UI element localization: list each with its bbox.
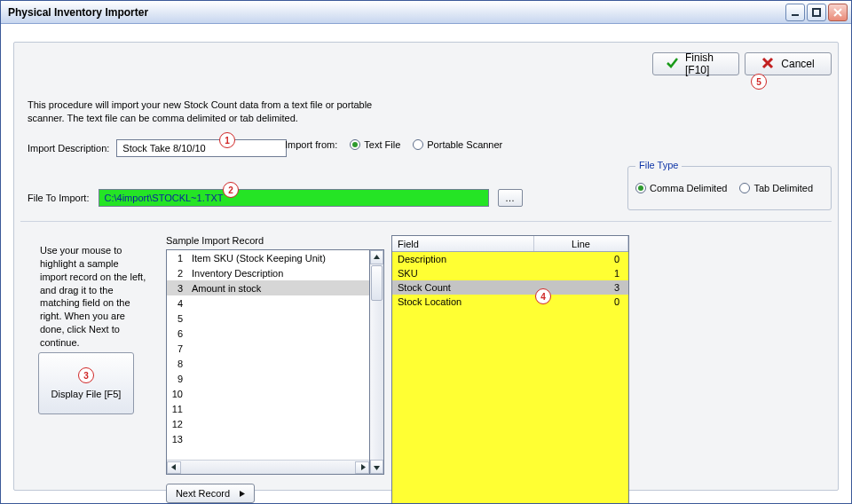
file-type-legend: File Type <box>635 160 682 170</box>
scrollbar-vertical[interactable] <box>370 249 384 475</box>
sample-row[interactable]: 1Item SKU (Stock Keeping Unit) <box>167 250 369 265</box>
sample-row[interactable]: 10 <box>167 386 369 401</box>
play-icon <box>239 488 245 499</box>
row-number: 2 <box>167 268 188 279</box>
row-number: 6 <box>167 328 188 339</box>
scrollbar-horizontal[interactable] <box>167 460 369 474</box>
field-name: Stock Location <box>392 296 534 307</box>
scroll-left-icon[interactable] <box>167 461 181 474</box>
field-name: Description <box>392 254 534 264</box>
field-line: 0 <box>534 254 628 264</box>
file-to-import-input[interactable] <box>99 189 489 207</box>
field-row[interactable]: Description0 <box>392 252 628 266</box>
row-value: Inventory Description <box>188 268 369 279</box>
import-description-input[interactable] <box>116 139 287 157</box>
svg-rect-0 <box>792 14 799 16</box>
sample-row[interactable]: 3Amount in stock <box>167 280 369 295</box>
sample-row[interactable]: 2Inventory Description <box>167 265 369 280</box>
row-value: Item SKU (Stock Keeping Unit) <box>188 253 369 264</box>
row-number: 7 <box>167 343 188 354</box>
import-description-label: Import Description: <box>28 143 109 154</box>
sample-row[interactable]: 4 <box>167 295 369 311</box>
scroll-thumb[interactable] <box>371 265 383 301</box>
annotation-badge-5: 5 <box>751 74 767 90</box>
import-from-label: Import from: <box>285 139 337 150</box>
radio-comma-delimited[interactable]: Comma Delimited <box>635 183 727 193</box>
field-name: SKU <box>392 268 534 279</box>
svg-rect-1 <box>813 9 820 16</box>
scroll-right-icon[interactable] <box>355 461 369 474</box>
ellipsis-icon: … <box>505 193 515 203</box>
next-record-button[interactable]: Next Record <box>166 484 255 503</box>
row-number: 10 <box>167 389 188 399</box>
finish-label: Finish [F10] <box>685 51 726 76</box>
row-number: 5 <box>167 313 188 324</box>
row-value: Amount in stock <box>188 283 369 294</box>
scroll-down-icon[interactable] <box>370 460 383 474</box>
field-table-header: Field Line <box>392 236 628 252</box>
radio-portable-scanner-label: Portable Scanner <box>427 139 502 150</box>
sample-row[interactable]: 5 <box>167 311 369 326</box>
row-number: 4 <box>167 298 188 309</box>
radio-text-file-label: Text File <box>364 139 400 150</box>
field-row[interactable]: Stock Count3 <box>392 280 628 295</box>
intro-text: This procedure will import your new Stoc… <box>28 98 383 125</box>
cancel-label: Cancel <box>781 58 814 70</box>
sample-row[interactable]: 9 <box>167 371 369 386</box>
header-field: Field <box>392 236 534 251</box>
sample-row[interactable]: 12 <box>167 416 369 431</box>
field-mapping-table[interactable]: Field Line Description0SKU1Stock Count3S… <box>391 235 629 503</box>
minimize-button[interactable] <box>785 4 805 21</box>
next-record-label: Next Record <box>176 488 230 499</box>
radio-tab-label: Tab Delimited <box>753 183 813 193</box>
row-number: 12 <box>167 419 188 429</box>
row-number: 3 <box>167 283 188 294</box>
annotation-badge-3: 3 <box>78 367 94 383</box>
sample-row[interactable]: 13 <box>167 431 369 446</box>
radio-tab-delimited[interactable]: Tab Delimited <box>739 183 813 193</box>
field-row[interactable]: SKU1 <box>392 266 628 280</box>
field-row[interactable]: Stock Location0 <box>392 295 628 309</box>
sample-row[interactable]: 6 <box>167 326 369 341</box>
sample-row[interactable]: 8 <box>167 356 369 371</box>
radio-comma-label: Comma Delimited <box>650 183 727 193</box>
scroll-up-icon[interactable] <box>370 250 383 264</box>
annotation-badge-4: 4 <box>535 288 551 304</box>
sample-import-label: Sample Import Record <box>166 235 264 246</box>
app-window: Physical Inventory Importer Finish [F10]… <box>0 0 852 504</box>
x-icon <box>761 57 774 72</box>
finish-button[interactable]: Finish [F10] <box>652 52 739 75</box>
import-description-row: Import Description: <box>28 139 287 157</box>
row-number: 11 <box>167 404 188 414</box>
display-file-label: Display File [F5] <box>51 389 122 399</box>
row-number: 1 <box>167 253 188 264</box>
field-line: 1 <box>534 268 628 279</box>
field-name: Stock Count <box>392 282 534 293</box>
file-to-import-label: File To Import: <box>28 193 90 203</box>
radio-icon <box>350 139 360 150</box>
maximize-button[interactable] <box>807 4 826 21</box>
row-number: 13 <box>167 434 188 445</box>
radio-text-file[interactable]: Text File <box>350 139 400 150</box>
file-type-group: File Type Comma Delimited Tab Delimited <box>627 166 832 210</box>
sample-row[interactable]: 7 <box>167 341 369 356</box>
radio-icon <box>413 139 423 150</box>
row-number: 8 <box>167 358 188 369</box>
action-buttons: Finish [F10] Cancel <box>652 52 832 75</box>
sample-import-list[interactable]: 1Item SKU (Stock Keeping Unit)2Inventory… <box>166 249 370 475</box>
check-icon <box>666 57 678 72</box>
radio-icon <box>739 183 750 193</box>
display-file-button[interactable]: 3 Display File [F5] <box>38 352 134 414</box>
hint-text: Use your mouse to highlight a sample imp… <box>40 244 146 350</box>
import-from-row: Import from: Text File Portable Scanner <box>285 139 502 150</box>
row-number: 9 <box>167 374 188 384</box>
annotation-badge-2: 2 <box>223 182 239 198</box>
cancel-button[interactable]: Cancel <box>745 52 832 75</box>
radio-portable-scanner[interactable]: Portable Scanner <box>413 139 502 150</box>
browse-button[interactable]: … <box>498 189 523 207</box>
radio-icon <box>635 183 646 193</box>
header-line: Line <box>534 236 628 251</box>
window-title: Physical Inventory Importer <box>4 6 784 19</box>
sample-row[interactable]: 11 <box>167 401 369 416</box>
close-button[interactable] <box>828 4 848 21</box>
